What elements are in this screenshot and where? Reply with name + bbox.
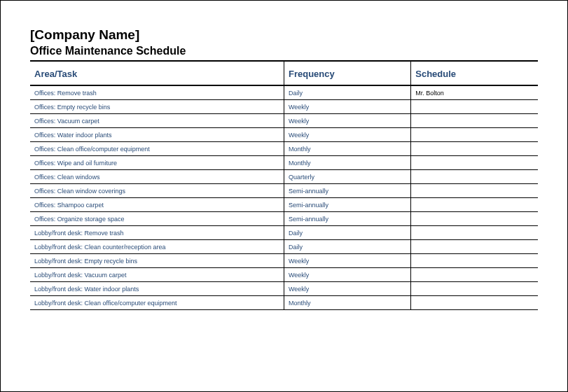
- col-header-frequency: Frequency: [284, 62, 411, 85]
- table-row: Offices: Clean office/computer equipment…: [30, 142, 538, 156]
- table-row: Offices: Clean window coveringsSemi-annu…: [30, 184, 538, 198]
- cell-schedule: [411, 114, 538, 128]
- table-row: Lobby/front desk: Water indoor plantsWee…: [30, 282, 538, 296]
- cell-frequency: Semi-annually: [284, 212, 411, 226]
- table-row: Lobby/front desk: Empty recycle binsWeek…: [30, 254, 538, 268]
- cell-schedule: [411, 254, 538, 268]
- cell-frequency: Monthly: [284, 156, 411, 170]
- maintenance-schedule-table: Area/Task Frequency Schedule Offices: Re…: [30, 62, 538, 310]
- cell-frequency: Daily: [284, 240, 411, 254]
- cell-area-task: Offices: Clean window coverings: [30, 184, 284, 198]
- cell-schedule: [411, 282, 538, 296]
- cell-schedule: [411, 198, 538, 212]
- cell-area-task: Offices: Clean windows: [30, 170, 284, 184]
- cell-area-task: Lobby/front desk: Remove trash: [30, 226, 284, 240]
- table-row: Lobby/front desk: Vacuum carpetWeekly: [30, 268, 538, 282]
- cell-frequency: Weekly: [284, 128, 411, 142]
- cell-area-task: Offices: Remove trash: [30, 85, 284, 100]
- cell-area-task: Offices: Vacuum carpet: [30, 114, 284, 128]
- cell-schedule: [411, 296, 538, 310]
- table-row: Offices: Shampoo carpetSemi-annually: [30, 198, 538, 212]
- table-row: Offices: Wipe and oil furnitureMonthly: [30, 156, 538, 170]
- cell-area-task: Offices: Clean office/computer equipment: [30, 142, 284, 156]
- cell-schedule: [411, 142, 538, 156]
- col-header-schedule: Schedule: [411, 62, 538, 85]
- cell-schedule: [411, 170, 538, 184]
- cell-area-task: Lobby/front desk: Water indoor plants: [30, 282, 284, 296]
- cell-frequency: Monthly: [284, 296, 411, 310]
- table-row: Offices: Vacuum carpetWeekly: [30, 114, 538, 128]
- cell-frequency: Weekly: [284, 100, 411, 114]
- cell-area-task: Offices: Shampoo carpet: [30, 198, 284, 212]
- cell-schedule: [411, 226, 538, 240]
- company-name: [Company Name]: [30, 27, 538, 43]
- table-row: Offices: Clean windowsQuarterly: [30, 170, 538, 184]
- cell-area-task: Offices: Empty recycle bins: [30, 100, 284, 114]
- cell-frequency: Monthly: [284, 142, 411, 156]
- cell-area-task: Lobby/front desk: Clean counter/receptio…: [30, 240, 284, 254]
- table-row: Lobby/front desk: Clean counter/receptio…: [30, 240, 538, 254]
- cell-area-task: Lobby/front desk: Vacuum carpet: [30, 268, 284, 282]
- table-row: Offices: Water indoor plantsWeekly: [30, 128, 538, 142]
- cell-area-task: Offices: Wipe and oil furniture: [30, 156, 284, 170]
- cell-frequency: Weekly: [284, 114, 411, 128]
- cell-schedule: [411, 156, 538, 170]
- table-row: Lobby/front desk: Clean office/computer …: [30, 296, 538, 310]
- cell-schedule: [411, 128, 538, 142]
- cell-frequency: Weekly: [284, 268, 411, 282]
- table-header-row: Area/Task Frequency Schedule: [30, 62, 538, 85]
- table-row: Offices: Remove trashDailyMr. Bolton: [30, 85, 538, 100]
- cell-frequency: Semi-annually: [284, 198, 411, 212]
- cell-frequency: Daily: [284, 226, 411, 240]
- cell-frequency: Quarterly: [284, 170, 411, 184]
- cell-schedule: [411, 240, 538, 254]
- table-row: Offices: Organize storage spaceSemi-annu…: [30, 212, 538, 226]
- table-row: Offices: Empty recycle binsWeekly: [30, 100, 538, 114]
- cell-schedule: Mr. Bolton: [411, 85, 538, 100]
- cell-schedule: [411, 268, 538, 282]
- cell-area-task: Lobby/front desk: Clean office/computer …: [30, 296, 284, 310]
- cell-area-task: Offices: Water indoor plants: [30, 128, 284, 142]
- cell-area-task: Lobby/front desk: Empty recycle bins: [30, 254, 284, 268]
- cell-schedule: [411, 212, 538, 226]
- cell-frequency: Weekly: [284, 254, 411, 268]
- cell-frequency: Semi-annually: [284, 184, 411, 198]
- cell-area-task: Offices: Organize storage space: [30, 212, 284, 226]
- document-subtitle: Office Maintenance Schedule: [30, 45, 538, 57]
- col-header-area-task: Area/Task: [30, 62, 284, 85]
- cell-frequency: Weekly: [284, 282, 411, 296]
- table-row: Lobby/front desk: Remove trashDaily: [30, 226, 538, 240]
- cell-schedule: [411, 100, 538, 114]
- cell-schedule: [411, 184, 538, 198]
- cell-frequency: Daily: [284, 85, 411, 100]
